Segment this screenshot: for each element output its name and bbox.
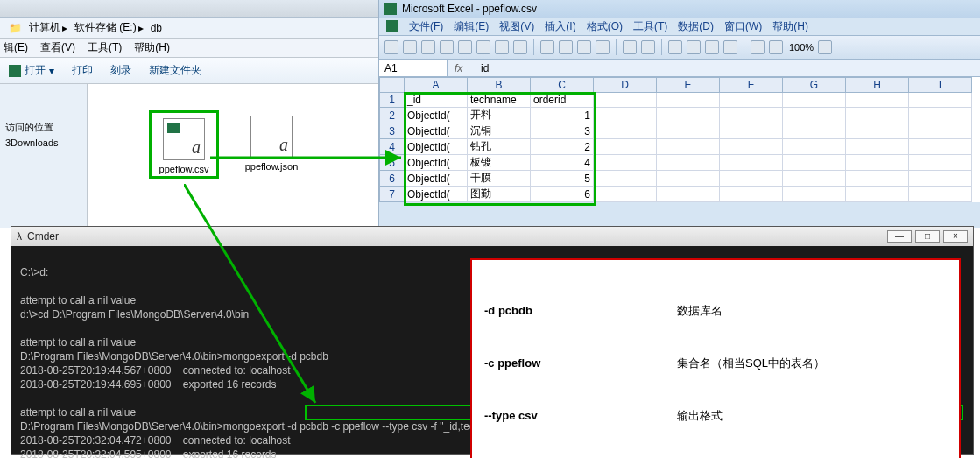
cell[interactable] bbox=[720, 108, 783, 123]
cell[interactable] bbox=[657, 171, 720, 187]
cell[interactable] bbox=[783, 187, 846, 202]
cell[interactable] bbox=[657, 93, 720, 108]
cell[interactable] bbox=[783, 108, 846, 123]
col-header[interactable]: H bbox=[846, 78, 909, 93]
cell[interactable] bbox=[720, 93, 783, 108]
cell[interactable]: 板镀 bbox=[468, 155, 531, 171]
menu-view[interactable]: 查看(V) bbox=[40, 40, 75, 55]
spell-icon[interactable] bbox=[495, 40, 509, 54]
cell[interactable]: 3 bbox=[531, 123, 594, 139]
cell[interactable] bbox=[909, 187, 972, 202]
cell[interactable] bbox=[783, 93, 846, 108]
cell[interactable] bbox=[594, 187, 657, 202]
cell[interactable] bbox=[594, 171, 657, 187]
col-header[interactable]: F bbox=[720, 78, 783, 93]
maximize-button[interactable]: □ bbox=[915, 230, 940, 243]
sidebar-recent[interactable]: 访问的位置 bbox=[5, 119, 81, 135]
cell[interactable] bbox=[720, 139, 783, 155]
row-header[interactable]: 3 bbox=[380, 123, 405, 139]
crumb-computer[interactable]: 计算机 bbox=[29, 20, 60, 35]
file-ppeflow-json[interactable]: ppeflow.json bbox=[236, 116, 307, 172]
row-header[interactable]: 1 bbox=[380, 93, 405, 108]
col-header[interactable]: E bbox=[657, 78, 720, 93]
crumb-folder[interactable]: db bbox=[151, 22, 162, 34]
cell[interactable] bbox=[909, 123, 972, 139]
col-header[interactable]: D bbox=[594, 78, 657, 93]
cell[interactable] bbox=[720, 171, 783, 187]
cell[interactable] bbox=[846, 108, 909, 123]
col-header[interactable]: B bbox=[468, 78, 531, 93]
cell[interactable]: 6 bbox=[531, 187, 594, 202]
cut-icon[interactable] bbox=[540, 40, 554, 54]
col-header[interactable]: C bbox=[531, 78, 594, 93]
menu-format[interactable]: 格式(O) bbox=[587, 19, 623, 34]
cell[interactable]: 钻孔 bbox=[468, 139, 531, 155]
name-box[interactable]: A1 bbox=[379, 60, 448, 76]
cell[interactable]: ObjectId( bbox=[405, 187, 468, 202]
cell[interactable] bbox=[783, 139, 846, 155]
research-icon[interactable] bbox=[513, 40, 527, 54]
cell[interactable]: orderid bbox=[531, 93, 594, 108]
cell[interactable]: 图勤 bbox=[468, 187, 531, 202]
cell[interactable] bbox=[720, 123, 783, 139]
cmder-titlebar[interactable]: λ Cmder — □ × bbox=[11, 227, 973, 246]
row-header[interactable]: 2 bbox=[380, 108, 405, 123]
chart-icon[interactable] bbox=[751, 40, 765, 54]
address-bar[interactable]: 📁 计算机 ▸ 软件存储 (E:) ▸ db bbox=[0, 18, 378, 39]
cell[interactable] bbox=[783, 171, 846, 187]
minimize-button[interactable]: — bbox=[887, 230, 912, 243]
open-icon[interactable] bbox=[403, 40, 417, 54]
mail-icon[interactable] bbox=[440, 40, 454, 54]
row-header[interactable]: 7 bbox=[380, 187, 405, 202]
file-ppeflow-csv[interactable]: ppeflow.csv bbox=[149, 110, 219, 179]
cell[interactable] bbox=[846, 187, 909, 202]
cell[interactable] bbox=[594, 139, 657, 155]
link-icon[interactable] bbox=[668, 40, 682, 54]
cell[interactable]: 沉铜 bbox=[468, 123, 531, 139]
spreadsheet-grid[interactable]: A B C D E F G H I 1_idtechnameorderid 2O… bbox=[379, 77, 980, 202]
cell[interactable]: _id bbox=[405, 93, 468, 108]
menu-edit[interactable]: 辑(E) bbox=[4, 40, 28, 55]
format-painter-icon[interactable] bbox=[596, 40, 610, 54]
paste-icon[interactable] bbox=[577, 40, 591, 54]
col-header[interactable]: I bbox=[909, 78, 972, 93]
newfolder-button[interactable]: 新建文件夹 bbox=[149, 63, 201, 78]
row-header[interactable]: 5 bbox=[380, 155, 405, 171]
cell[interactable] bbox=[909, 93, 972, 108]
redo-icon[interactable] bbox=[641, 40, 655, 54]
menu-tools[interactable]: 工具(T) bbox=[633, 19, 667, 34]
cell[interactable] bbox=[657, 139, 720, 155]
open-button[interactable]: 打开 ▾ bbox=[9, 63, 54, 78]
sidebar-downloads[interactable]: 3Downloads bbox=[5, 135, 81, 151]
cell[interactable] bbox=[783, 155, 846, 171]
cell[interactable] bbox=[909, 171, 972, 187]
cell[interactable] bbox=[909, 108, 972, 123]
crumb-drive[interactable]: 软件存储 (E:) bbox=[74, 20, 137, 35]
cell[interactable] bbox=[594, 155, 657, 171]
cell[interactable] bbox=[846, 123, 909, 139]
cell[interactable] bbox=[657, 123, 720, 139]
cell[interactable]: techname bbox=[468, 93, 531, 108]
menu-data[interactable]: 数据(D) bbox=[678, 19, 714, 34]
col-header[interactable]: G bbox=[783, 78, 846, 93]
cell[interactable]: 1 bbox=[531, 108, 594, 123]
cell[interactable]: 2 bbox=[531, 139, 594, 155]
menu-edit[interactable]: 编辑(E) bbox=[454, 19, 489, 34]
cell[interactable]: 干膜 bbox=[468, 171, 531, 187]
new-icon[interactable] bbox=[384, 40, 398, 54]
menu-help[interactable]: 帮助(H) bbox=[134, 40, 170, 55]
cell[interactable] bbox=[846, 139, 909, 155]
cell[interactable] bbox=[657, 155, 720, 171]
cell[interactable] bbox=[594, 93, 657, 108]
preview-icon[interactable] bbox=[476, 40, 490, 54]
row-header[interactable]: 6 bbox=[380, 171, 405, 187]
cell[interactable]: 开料 bbox=[468, 108, 531, 123]
cell[interactable] bbox=[846, 93, 909, 108]
burn-button[interactable]: 刻录 bbox=[110, 63, 131, 78]
sort-desc-icon[interactable] bbox=[723, 40, 737, 54]
menu-help[interactable]: 帮助(H) bbox=[772, 19, 808, 34]
explorer-titlebar[interactable] bbox=[0, 0, 378, 18]
cell[interactable] bbox=[846, 171, 909, 187]
cell[interactable]: ObjectId( bbox=[405, 155, 468, 171]
save-icon[interactable] bbox=[421, 40, 435, 54]
